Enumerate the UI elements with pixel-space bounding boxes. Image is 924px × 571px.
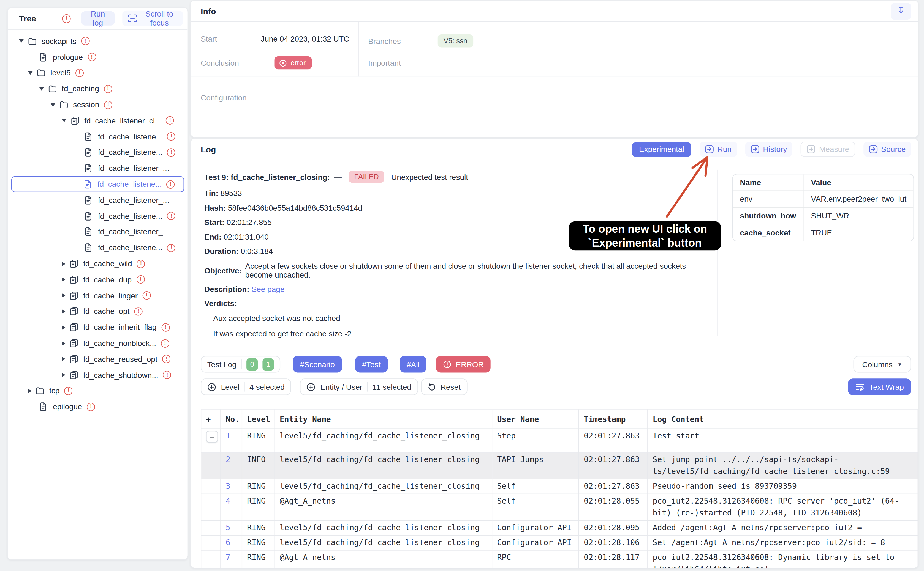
entity-name-cell: level5/fd_caching/fd_cache_listener_clos…	[275, 536, 492, 550]
tree-item[interactable]: fd_cache_listener_...	[8, 224, 188, 240]
tree-item[interactable]: fd_cache_listene...!	[11, 176, 184, 192]
param-value: SHUT_WR	[804, 208, 913, 224]
entity-name-cell: @Agt_A_netns	[275, 494, 492, 521]
timestamp-cell: 02:01:27.863	[579, 452, 648, 479]
tree-item[interactable]: prologue!	[8, 49, 188, 65]
log-table: +No.LevelEntity NameUser NameTimestampLo…	[201, 409, 918, 568]
scenario-filter-button[interactable]: #Scenario	[293, 356, 342, 372]
row-number-link[interactable]: 6	[221, 536, 242, 550]
tree-item[interactable]: fd_cache_listene...!	[8, 144, 188, 160]
expand-cell	[201, 550, 221, 568]
timestamp-cell: 02:01:28.106	[579, 536, 648, 550]
log-row: 6RINGlevel5/fd_caching/fd_cache_listener…	[201, 536, 918, 550]
caret-down-icon[interactable]	[50, 103, 55, 106]
error-filter-button[interactable]: ERROR	[436, 356, 491, 372]
chevron-down-icon: ▼	[897, 362, 902, 367]
caret-right-icon[interactable]	[62, 357, 65, 361]
error-icon: !	[142, 291, 151, 299]
columns-dropdown[interactable]: Columns ▼	[853, 356, 911, 372]
tree-item[interactable]: fd_cache_opt!	[8, 303, 188, 319]
tree-item[interactable]: level5!	[8, 65, 188, 81]
tree-item[interactable]: fd_cache_listener_cl...!	[8, 113, 188, 129]
run-button[interactable]: Run	[700, 142, 737, 157]
verdict-item: It was expected to get free cache size -…	[213, 329, 709, 338]
tree-item[interactable]: fd_caching!	[8, 81, 188, 97]
tree-item[interactable]: fd_cache_listene...!	[8, 129, 188, 145]
expand-cell	[201, 479, 221, 494]
test-log-pill[interactable]: Test Log 0 1	[201, 356, 280, 372]
history-button[interactable]: History	[745, 142, 792, 157]
tree-item[interactable]: session!	[8, 97, 188, 113]
caret-right-icon[interactable]	[62, 261, 65, 266]
user-name-cell: Configurator API	[492, 521, 579, 536]
error-icon: !	[104, 85, 112, 93]
row-number-link[interactable]: 4	[221, 494, 242, 521]
tree-item-label: level5	[50, 68, 71, 77]
level-filter-pill[interactable]: Level 4 selected	[201, 378, 291, 395]
row-number-link[interactable]: 1	[221, 429, 242, 452]
source-button[interactable]: Source	[864, 142, 911, 157]
tree-item[interactable]: fd_cache_listener_...	[8, 160, 188, 176]
test-filter-button[interactable]: #Test	[355, 356, 388, 372]
caret-down-icon[interactable]	[62, 119, 67, 122]
download-button[interactable]	[891, 3, 911, 19]
log-row: 3RINGlevel5/fd_caching/fd_cache_listener…	[201, 479, 918, 494]
reset-button[interactable]: Reset	[421, 378, 467, 395]
caret-right-icon[interactable]	[62, 325, 65, 330]
tree-item[interactable]: epilogue!	[8, 399, 188, 415]
caret-down-icon[interactable]	[39, 87, 44, 91]
tree-item[interactable]: fd_cache_linger!	[8, 288, 188, 304]
app-canvas: Tree ! Run log Scroll to focus sockapi-t…	[0, 0, 924, 571]
tree-item[interactable]: fd_cache_listene...!	[8, 240, 188, 256]
all-filter-button[interactable]: #All	[399, 356, 427, 372]
entity-user-filter-pill[interactable]: Entity / User 11 selected	[300, 378, 418, 395]
row-number-link[interactable]: 5	[221, 521, 242, 536]
caret-right-icon[interactable]	[62, 277, 65, 282]
row-number-link[interactable]: 3	[221, 479, 242, 494]
measure-button[interactable]: Measure	[801, 142, 855, 157]
log-table-header: +No.LevelEntity NameUser NameTimestampLo…	[201, 409, 918, 429]
caret-right-icon[interactable]	[62, 373, 65, 377]
experimental-button[interactable]: Experimental	[632, 142, 691, 156]
tree-item[interactable]: sockapi-ts!	[8, 33, 188, 49]
log-column-header: Timestamp	[579, 409, 648, 429]
tree-item[interactable]: fd_cache_shutdown...!	[8, 367, 188, 383]
collapse-row-button[interactable]: −	[206, 431, 218, 443]
tree-item-label: fd_cache_listene...	[98, 148, 163, 157]
caret-down-icon[interactable]	[19, 39, 24, 43]
text-wrap-button[interactable]: Text Wrap	[848, 378, 911, 395]
tree-item[interactable]: fd_cache_listener_...	[8, 192, 188, 208]
caret-right-icon[interactable]	[62, 309, 65, 314]
row-number-link[interactable]: 7	[221, 550, 242, 568]
expand-cell	[201, 536, 221, 550]
suite-icon	[70, 355, 79, 364]
conclusion-label: Conclusion	[201, 58, 239, 67]
caret-right-icon[interactable]	[62, 293, 65, 298]
tree-item-label: fd_cache_listener_...	[98, 164, 169, 173]
tree-item[interactable]: fd_cache_nonblock...!	[8, 335, 188, 351]
caret-down-icon[interactable]	[28, 71, 33, 75]
tree-item[interactable]: fd_cache_reused_opt!	[8, 351, 188, 367]
see-page-link[interactable]: See page	[251, 284, 285, 293]
entity-name-cell: level5/fd_caching/fd_cache_listener_clos…	[275, 521, 492, 536]
level-cell: RING	[242, 494, 275, 521]
level-cell: RING	[242, 521, 275, 536]
row-number-link[interactable]: 2	[221, 452, 242, 479]
objective-text: Accept a few sockets close or shutdown s…	[245, 261, 700, 280]
tree-item[interactable]: tcp!	[8, 383, 188, 399]
tree-item[interactable]: fd_cache_wild!	[8, 256, 188, 272]
tree-item[interactable]: fd_cache_dup!	[8, 272, 188, 288]
scroll-to-focus-button[interactable]: Scroll to focus	[122, 11, 183, 26]
filter-row-2: Level 4 selected Entity / User 11 select…	[201, 378, 911, 395]
params-table: Name Value env VAR.env.peer2peer_two_iut…	[732, 174, 915, 241]
error-icon: !	[87, 403, 95, 411]
tree-item[interactable]: fd_cache_listene...!	[8, 208, 188, 224]
caret-right-icon[interactable]	[28, 389, 31, 394]
caret-right-icon[interactable]	[62, 341, 65, 346]
tree-item[interactable]: fd_cache_inherit_flag!	[8, 319, 188, 335]
folder-icon	[36, 387, 45, 395]
tree-item-label: fd_cache_listene...	[98, 211, 163, 220]
log-row: 5RINGlevel5/fd_caching/fd_cache_listener…	[201, 521, 918, 536]
run-log-button[interactable]: Run log	[81, 11, 115, 26]
params-name-header: Name	[733, 174, 804, 191]
